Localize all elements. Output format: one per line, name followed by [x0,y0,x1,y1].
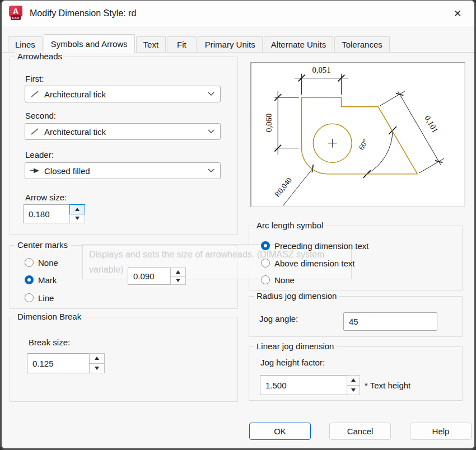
modify-dimension-style-dialog: A CAD Modify Dimension Style: rd ✕ Lines… [0,0,476,450]
dimension-break-legend: Dimension Break [15,312,84,321]
first-arrowhead-label: First: [25,74,44,83]
jog-height-factor-input[interactable] [260,375,347,395]
arc-length-radio-none[interactable]: None [261,274,295,285]
spin-up-icon [75,208,80,211]
chevron-down-icon [202,92,220,96]
second-arrowhead-label: Second: [25,111,56,120]
spin-up-icon [351,378,356,382]
ok-button[interactable]: OK [249,423,311,440]
preview-dim-angle: 60° [357,138,370,151]
break-size-input[interactable] [27,353,90,373]
second-arrowhead-dropdown[interactable]: Architectural tick [25,123,221,140]
chevron-down-icon [202,129,220,134]
arrow-size-label: Arrow size: [25,193,67,202]
dimension-style-preview: 0,051 0,060 0,101 60° R0,040 [250,62,465,207]
tab-lines[interactable]: Lines [8,36,43,52]
center-mark-size-spin-up[interactable] [170,268,186,276]
autocad-app-icon: A CAD [9,6,24,21]
leader-arrowhead-dropdown[interactable]: Closed filled [25,162,221,179]
first-arrowhead-value: Architectural tick [44,90,106,99]
radio-icon [25,275,34,284]
break-size-spin-up[interactable] [89,353,105,364]
autocad-icon-cad-badge: CAD [11,15,21,20]
tab-strip: Lines Symbols and Arrows Text Fit Primar… [2,35,474,53]
spin-down-icon [75,217,80,220]
architectural-tick-icon [25,127,44,136]
tab-primary-units[interactable]: Primary Units [198,36,263,52]
arrow-size-input[interactable] [23,204,70,223]
radius-jog-legend: Radius jog dimension [254,291,339,301]
first-arrowhead-dropdown[interactable]: Architectural tick [25,86,221,102]
preview-dim-top: 0,051 [312,65,330,74]
jog-height-factor-spinner [260,375,360,395]
arrow-size-spinner [23,204,85,223]
arrowheads-legend: Arrowheads [15,51,65,61]
spin-down-icon [95,367,99,370]
break-size-label: Break size: [29,337,70,347]
leader-arrowhead-label: Leader: [25,150,54,160]
radio-icon [25,258,34,267]
center-mark-size-spin-down[interactable] [170,276,186,285]
arrow-size-spin-down[interactable] [69,214,85,224]
center-mark-cross [328,139,337,148]
linear-jog-legend: Linear jog dimension [254,341,337,351]
preview-dim-left: 0,060 [264,114,273,132]
title-bar: A CAD Modify Dimension Style: rd ✕ [2,1,474,26]
arrow-size-spin-up[interactable] [69,204,85,214]
jog-height-spin-down[interactable] [347,385,360,396]
text-height-suffix-label: * Text height [365,381,410,390]
cancel-button[interactable]: Cancel [329,423,391,440]
dialog-title: Modify Dimension Style: rd [30,1,136,26]
center-marks-radio-mark[interactable]: Mark [25,274,57,285]
center-marks-radio-line[interactable]: Line [25,292,54,303]
spin-down-icon [351,388,356,392]
close-icon[interactable]: ✕ [449,5,466,22]
spin-up-icon [176,270,180,274]
break-size-spin-down[interactable] [89,363,105,374]
tab-fit[interactable]: Fit [167,36,197,52]
jog-angle-label: Jog angle: [259,314,298,324]
leader-arrowhead-value: Closed filled [44,166,90,176]
spin-down-icon [176,279,180,282]
architectural-tick-icon [25,90,44,99]
arc-length-radio-preceding[interactable]: Preceding dimension text [261,240,368,251]
center-mark-size-input[interactable] [128,268,171,285]
second-arrowhead-value: Architectural tick [44,127,106,137]
closed-filled-arrow-icon [25,166,44,175]
tab-text[interactable]: Text [136,36,166,52]
tab-alternate-units[interactable]: Alternate Units [264,36,333,52]
radio-icon [261,275,270,284]
jog-angle-input[interactable] [343,312,437,331]
jog-height-spin-up[interactable] [347,375,360,386]
help-button[interactable]: Help [410,423,472,440]
arc-length-radio-above[interactable]: Above dimension text [261,257,354,269]
radio-icon [261,241,270,250]
arc-length-symbol-legend: Arc length symbol [254,221,326,230]
spin-up-icon [95,357,99,360]
tab-tolerances[interactable]: Tolerances [334,36,390,52]
radio-icon [261,259,270,268]
break-size-spinner [27,353,105,373]
chevron-down-icon [202,168,220,173]
preview-dim-diagonal: 0,101 [423,114,440,134]
center-marks-legend: Center marks [15,240,71,250]
tab-symbols-and-arrows[interactable]: Symbols and Arrows [44,34,135,53]
jog-height-factor-label: Jog height factor: [260,358,325,367]
preview-dim-radius: R0,040 [273,176,293,199]
center-marks-radio-none[interactable]: None [25,257,58,268]
preview-drawing: 0,051 0,060 0,101 60° R0,040 [251,63,464,206]
radio-icon [25,293,34,302]
center-mark-size-spinner [128,268,186,285]
